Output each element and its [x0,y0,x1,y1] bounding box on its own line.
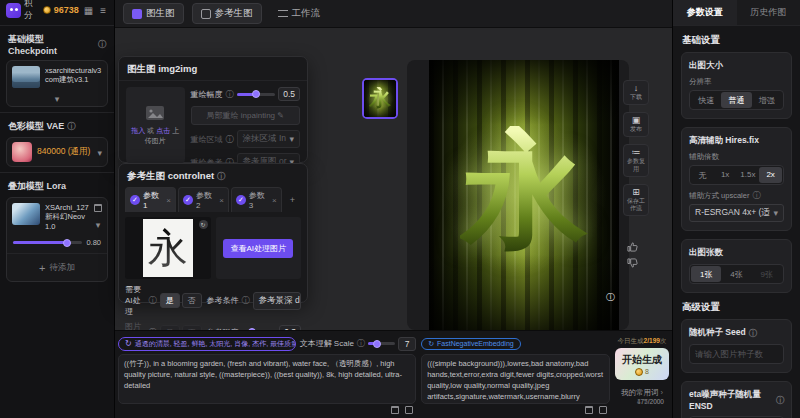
reuse-params-label: 参数复用 [625,158,647,172]
denoise-slider[interactable] [237,93,276,96]
denoise-value[interactable]: 0.5 [278,87,300,101]
checkpoint-label: 基础模型 Checkpoint [8,33,95,56]
upscaler-label: 辅助方式 upscaler [689,191,749,201]
info-icon[interactable] [749,328,757,339]
image-info-icon[interactable]: ⓘ [606,291,615,304]
info-icon[interactable] [357,338,365,349]
generate-button[interactable]: 开始生成 8 [615,348,669,380]
hires-1-5x[interactable]: 1.5x [737,167,760,183]
info-icon[interactable] [242,295,250,306]
thumbs-up-icon[interactable] [627,241,638,252]
chevron-down-icon[interactable] [96,219,101,230]
info-icon[interactable] [217,171,225,182]
ai-process-yes-button[interactable]: 是 [160,293,180,308]
image-upload-dropzone[interactable]: 拖入 或 点击 上传图片 [126,87,185,163]
tab-parameters[interactable]: 参数设置 [673,0,737,25]
tab-label: 图生图 [146,7,175,20]
left-header: 积分 96738 [6,0,108,20]
hires-none[interactable]: 无 [691,167,714,183]
add-controlnet-tab-button[interactable]: + [284,195,301,205]
lora-weight-value: 0.80 [86,238,101,247]
close-icon[interactable] [166,196,171,205]
chevron-down-icon[interactable] [55,93,60,104]
clear-negative-prompt-icon[interactable] [585,406,593,414]
negative-embedding-text: FastNegativeEmbedding [437,340,514,347]
controlnet-panel: 参考生图 controlnet 参数1 参数2 参数3 [118,163,308,303]
info-icon[interactable] [776,395,784,406]
upscaler-value: R-ESRGAN 4x+ (适合多种风 [695,207,770,219]
resolution-normal[interactable]: 普通 [721,92,751,108]
count-4[interactable]: 4张 [721,266,751,282]
info-icon[interactable] [752,190,760,201]
chevron-down-icon[interactable] [97,147,102,158]
close-icon[interactable] [272,196,277,205]
tab-img2img[interactable]: 图生图 [123,3,184,24]
download-button[interactable]: 下载 [623,80,649,105]
controlnet-reference-image[interactable]: 永 [125,217,211,279]
close-icon[interactable] [219,196,224,205]
resolution-fast[interactable]: 快速 [691,92,721,108]
grid-view-icon[interactable] [82,5,95,16]
image-count-title: 出图张数 [689,247,723,259]
resolution-segment: 快速 普通 增强 [689,90,784,110]
divider [0,25,114,26]
my-phrases-button[interactable]: 我的常用词 [621,388,663,398]
upload-click-word[interactable]: 点击 [156,127,170,134]
controlnet-tab-1[interactable]: 参数1 [125,187,176,212]
right-sidebar: 参数设置 历史作图 基础设置 出图大小 分辨率 快速 普通 增强 高清辅助 Hi… [672,0,800,418]
info-icon[interactable] [226,134,234,145]
controlnet-tab-icon [201,9,211,19]
menu-icon[interactable] [98,5,108,16]
clear-positive-prompt-icon[interactable] [391,406,399,414]
cfg-scale-value[interactable]: 7 [398,337,416,351]
add-lora-label: 待添加 [49,262,75,274]
img2img-tab-icon [132,9,142,19]
count-9[interactable]: 9张 [752,266,782,282]
trash-icon[interactable] [94,204,102,212]
tab-controlnet[interactable]: 参考生图 [192,3,262,24]
publish-button[interactable]: 发布 [623,112,649,137]
seed-input[interactable] [689,344,784,364]
credits-value: 96738 [54,5,79,15]
expand-negative-prompt-icon[interactable] [599,406,607,414]
tab-workflow[interactable]: 工作流 [270,4,329,23]
checkpoint-card[interactable]: xsarchitecturalv3com建筑v3.1 [6,60,108,107]
refresh-icon[interactable] [199,220,208,229]
ai-process-no-button[interactable]: 否 [182,293,202,308]
lora-item[interactable]: XSArchi_127新科幻Neov1.0 [7,198,107,236]
result-thumbnail[interactable]: 永 [362,78,398,119]
redraw-area-select[interactable]: 涂抹区域 In [237,130,300,148]
upscaler-select[interactable]: R-ESRGAN 4x+ (适合多种风 [689,204,784,222]
info-icon[interactable] [98,39,106,50]
info-icon[interactable] [67,121,75,132]
negative-prompt-input[interactable]: (((simple background))),lowres,bad anato… [421,354,610,404]
positive-prompt-input[interactable]: ((竹子)), in a blooming garden, (fresh and… [118,354,416,404]
lora-weight-slider[interactable] [13,241,82,244]
info-icon[interactable] [149,295,157,306]
vae-card[interactable]: 840000 (通用) [6,137,108,167]
reuse-params-button[interactable]: 参数复用 [623,144,649,176]
negative-embedding-pill[interactable]: FastNegativeEmbedding [421,338,521,350]
generated-image[interactable]: 永 [429,60,619,330]
save-workflow-button[interactable]: 保存工作流 [623,184,649,216]
thumbs-down-icon[interactable] [627,258,638,269]
upload-drag-word[interactable]: 拖入 [131,127,145,134]
cfg-scale-slider[interactable] [368,342,395,345]
resolution-enhanced[interactable]: 增强 [752,92,782,108]
prompt-tags-pill[interactable]: 通透的清晨, 轻盈, 鲜艳, 太阳光, 肖像, 杰作, 最佳质量 [118,337,296,351]
inpainting-button[interactable]: 局部重绘 inpainting ✎ [191,106,300,125]
tab-history[interactable]: 历史作图 [737,0,800,25]
controlnet-tab-label: 参数3 [249,190,269,210]
condition-select[interactable]: 参考景深 dept [253,292,301,310]
app-logo-icon[interactable] [6,3,21,18]
controlnet-tab-2[interactable]: 参数2 [178,187,229,212]
add-lora-button[interactable]: 待添加 [7,253,107,281]
view-ai-image-button[interactable]: 查看AI处理图片 [223,239,293,258]
count-1[interactable]: 1张 [691,266,721,282]
quota-prefix: 今日生成 [618,337,644,344]
controlnet-tab-3[interactable]: 参数3 [231,187,282,212]
expand-positive-prompt-icon[interactable] [405,406,413,414]
hires-1x[interactable]: 1x [714,167,737,183]
hires-2x[interactable]: 2x [759,167,782,183]
info-icon[interactable] [226,89,234,100]
